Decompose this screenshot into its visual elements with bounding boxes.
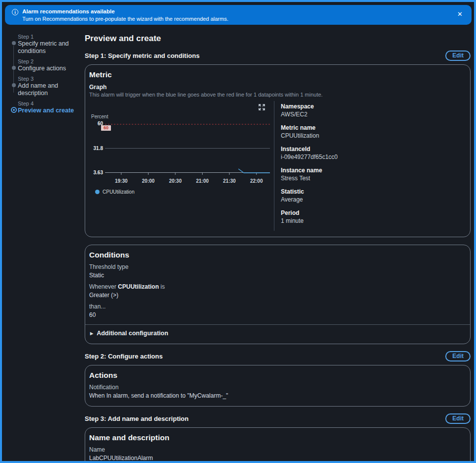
banner-message: Turn on Recommendations to pre-populate … xyxy=(22,15,228,22)
wizard-step-item[interactable]: Step 4 Preview and create xyxy=(12,101,82,114)
notification-label: Notification xyxy=(89,384,462,391)
actions-card-title: Actions xyxy=(89,371,462,380)
threshold-type-value: Static xyxy=(89,272,462,279)
step-number: Step 3 xyxy=(18,76,82,82)
actions-card: Actions Notification When In alarm, send… xyxy=(85,365,471,407)
graph-description: This alarm will trigger when the blue li… xyxy=(89,92,462,98)
threshold-type-field: Threshold type Static xyxy=(89,264,462,279)
metric-field: Instance name Stress Test xyxy=(281,167,462,182)
threshold-badge: 60 xyxy=(101,125,111,131)
threshold-type-label: Threshold type xyxy=(89,264,462,271)
x-tick-label: 21:00 xyxy=(194,178,211,184)
close-icon[interactable]: ✕ xyxy=(455,10,465,18)
notification-field: Notification When In alarm, send a notif… xyxy=(89,384,462,399)
than-value: 60 xyxy=(89,312,462,319)
metric-field-value: AWS/EC2 xyxy=(281,111,462,118)
whenever-label: Whenever CPUUtilization is xyxy=(89,284,462,291)
conditions-card-title: Conditions xyxy=(89,251,462,259)
than-label: than... xyxy=(89,304,462,310)
step3-section-header: Step 3: Add name and description Edit xyxy=(85,413,471,424)
alarm-name-field: Name LabCPUUtilizationAlarm xyxy=(89,447,462,462)
metric-field-value: 1 minute xyxy=(281,217,462,224)
step-label: Preview and create xyxy=(18,107,82,114)
step-number: Step 1 xyxy=(18,34,82,40)
step-label: Configure actions xyxy=(18,65,82,72)
y-axis-unit-label: Percent xyxy=(91,114,108,119)
x-tick-label: 20:00 xyxy=(140,178,157,184)
metric-field-label: Statistic xyxy=(281,188,462,195)
name-description-card: Name and description Name LabCPUUtilizat… xyxy=(85,427,471,463)
step-dot-icon xyxy=(12,66,16,70)
notification-text: When In alarm, send a notification to "M… xyxy=(89,393,462,400)
x-tick-label: 21:30 xyxy=(221,178,238,184)
name-card-title: Name and description xyxy=(89,433,462,442)
step1-section-header: Step 1: Specify metric and conditions Ed… xyxy=(85,51,471,61)
step-number: Step 2 xyxy=(18,58,82,65)
step2-section-header: Step 2: Configure actions Edit xyxy=(85,351,471,361)
metric-field-label: Period xyxy=(281,209,462,216)
step-number: Step 4 xyxy=(18,101,82,107)
x-tick-label: 22:00 xyxy=(248,178,265,184)
step-dot-icon xyxy=(12,83,16,87)
edit-step2-button[interactable]: Edit xyxy=(445,351,471,361)
chart-plot-area xyxy=(105,124,270,176)
step-dot-icon xyxy=(12,41,16,45)
step-label: Specify metric and conditions xyxy=(18,40,82,55)
additional-configuration-toggle[interactable]: ▶ Additional configuration xyxy=(89,325,462,338)
banner-text: Alarm recommendations available Turn on … xyxy=(22,8,228,22)
step-dot-icon xyxy=(11,107,17,113)
main-content: Preview and create Step 1: Specify metri… xyxy=(82,33,471,463)
metric-field-label: Metric name xyxy=(281,124,462,131)
alarm-name-label: Name xyxy=(89,447,462,454)
x-tick-label: 19:30 xyxy=(113,178,130,184)
series-line xyxy=(238,169,270,173)
alarm-name-value: LabCPUUtilizationAlarm xyxy=(89,455,462,462)
info-icon: i xyxy=(12,9,18,15)
metric-field-label: Instance name xyxy=(281,167,462,174)
step3-heading: Step 3: Add name and description xyxy=(85,415,189,422)
metric-field-value: CPUUtilization xyxy=(281,132,462,139)
metric-card: Metric Graph This alarm will trigger whe… xyxy=(85,64,471,237)
wizard-step-item[interactable]: Step 3 Add name and description xyxy=(12,76,82,97)
step1-heading: Step 1: Specify metric and conditions xyxy=(85,52,200,59)
metric-field: Namespace AWS/EC2 xyxy=(281,103,462,118)
caret-right-icon: ▶ xyxy=(90,331,93,336)
step2-heading: Step 2: Configure actions xyxy=(85,353,162,360)
metric-field-value: i-09e49277df65c1cc0 xyxy=(281,154,462,160)
metric-field-label: InstanceId xyxy=(281,146,462,153)
legend-label: CPUUtilization xyxy=(103,189,134,195)
wizard-layout: Step 1 Specify metric and conditions Ste… xyxy=(2,25,474,463)
expand-icon[interactable] xyxy=(258,103,266,113)
conditions-card: Conditions Threshold type Static Wheneve… xyxy=(85,245,471,344)
metric-field: Period 1 minute xyxy=(281,209,462,224)
page-title: Preview and create xyxy=(85,34,471,44)
metric-body: Percent 6031.83.63 60 19:3020:0020:3021:… xyxy=(89,101,462,231)
metric-field-value: Stress Test xyxy=(281,175,462,182)
y-tick-label: 31.8 xyxy=(89,146,103,151)
chart-legend[interactable]: CPUUtilization xyxy=(95,189,134,195)
step-label: Add name and description xyxy=(18,82,82,97)
legend-dot-icon xyxy=(95,190,100,194)
graph-label: Graph xyxy=(89,84,462,91)
metric-field-label: Namespace xyxy=(281,103,462,110)
y-tick-label: 3.63 xyxy=(89,170,103,175)
metric-graph: Percent 6031.83.63 60 19:3020:0020:3021:… xyxy=(89,101,274,200)
banner-title: Alarm recommendations available xyxy=(22,8,228,15)
whenever-field: Whenever CPUUtilization is Greater (>) xyxy=(89,284,462,299)
metric-field: Metric name CPUUtilization xyxy=(281,124,462,139)
wizard-step-item[interactable]: Step 1 Specify metric and conditions xyxy=(12,34,82,55)
operator-value: Greater (>) xyxy=(89,292,462,299)
alarm-recommendations-banner: i Alarm recommendations available Turn o… xyxy=(5,5,472,25)
metric-field-value: Average xyxy=(281,196,462,203)
metric-field: Statistic Average xyxy=(281,188,462,203)
wizard-steps-nav: Step 1 Specify metric and conditions Ste… xyxy=(7,33,82,463)
metric-field: InstanceId i-09e49277df65c1cc0 xyxy=(281,146,462,160)
metric-details: Namespace AWS/EC2 Metric name CPUUtiliza… xyxy=(274,101,462,231)
than-field: than... 60 xyxy=(89,304,462,318)
x-tick-label: 20:30 xyxy=(167,178,184,184)
edit-step3-button[interactable]: Edit xyxy=(445,413,471,424)
additional-configuration-label: Additional configuration xyxy=(97,330,168,337)
wizard-step-item[interactable]: Step 2 Configure actions xyxy=(12,58,82,72)
metric-card-title: Metric xyxy=(89,70,462,79)
edit-step1-button[interactable]: Edit xyxy=(445,51,471,61)
